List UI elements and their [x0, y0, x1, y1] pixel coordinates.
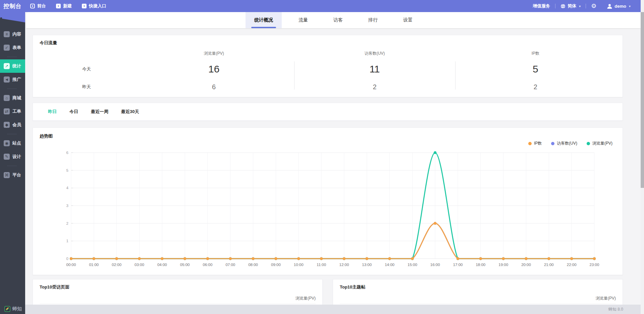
- today-traffic-card: 今日流量 浏览量(PV)访客数(UV)IP数今天16115昨天622: [33, 35, 623, 97]
- sidebar-item-member[interactable]: ◆会员: [0, 118, 25, 132]
- stats-value: 6: [133, 79, 294, 95]
- value-added-service-link[interactable]: 增值服务: [533, 3, 550, 9]
- range-option-last-30-days[interactable]: 最近30天: [121, 109, 139, 115]
- data-point-marker[interactable]: [297, 257, 300, 260]
- content-area: 今日流量 浏览量(PV)访客数(UV)IP数今天16115昨天622 昨日今日最…: [25, 28, 641, 314]
- top-threads-value-column: 浏览量(PV): [340, 296, 616, 304]
- vertical-scrollbar[interactable]: [641, 0, 644, 314]
- topbar-menu-create[interactable]: ▾新建: [51, 0, 77, 12]
- tab-ranking[interactable]: 排行: [360, 12, 386, 28]
- range-option-yesterday[interactable]: 昨日: [48, 109, 57, 115]
- data-point-marker[interactable]: [434, 151, 436, 154]
- sidebar-item-design[interactable]: ✎设计: [0, 150, 25, 163]
- data-point-marker[interactable]: [593, 257, 596, 260]
- data-point-marker[interactable]: [570, 257, 573, 260]
- data-point-marker[interactable]: [161, 257, 163, 260]
- svg-text:06:00: 06:00: [203, 263, 213, 267]
- sidebar-item-site[interactable]: ◉站点: [0, 137, 25, 150]
- sidebar-decoration: [0, 12, 25, 23]
- svg-text:3: 3: [66, 204, 68, 208]
- legend-item[interactable]: IP数: [528, 141, 542, 146]
- tab-traffic[interactable]: 流量: [290, 12, 317, 28]
- data-point-marker[interactable]: [93, 257, 95, 260]
- column-divider: [294, 61, 294, 90]
- sidebar-item-promote[interactable]: ◄推广: [0, 73, 25, 86]
- svg-text:23:00: 23:00: [590, 263, 599, 267]
- data-point-marker[interactable]: [252, 257, 254, 260]
- data-point-marker[interactable]: [343, 257, 345, 260]
- top-threads-title: Top10主题帖: [340, 284, 616, 290]
- sidebar-item-mall[interactable]: ⌂商城: [0, 91, 25, 105]
- sidebar-item-form[interactable]: ✓表单: [0, 41, 25, 54]
- data-point-marker[interactable]: [457, 257, 459, 260]
- legend-dot-icon: [528, 142, 532, 145]
- data-point-marker[interactable]: [274, 257, 277, 260]
- svg-text:22:00: 22:00: [567, 263, 577, 267]
- sidebar-item-content[interactable]: ≡内容: [0, 28, 25, 41]
- platform-icon: ⌘: [4, 172, 10, 178]
- legend-label: 访客数(UV): [557, 141, 577, 146]
- user-menu[interactable]: demo ▾: [607, 3, 631, 9]
- trend-chart: 012345600:0001:0002:0003:0004:0005:0006:…: [40, 149, 616, 269]
- data-point-marker[interactable]: [434, 222, 436, 224]
- svg-text:04:00: 04:00: [157, 263, 167, 267]
- design-icon: ✎: [4, 154, 10, 160]
- legend-item[interactable]: 浏览量(PV): [587, 141, 612, 146]
- sidebar-divider: [7, 134, 17, 134]
- data-point-marker[interactable]: [320, 257, 323, 260]
- tab-overview[interactable]: 统计概况: [246, 12, 282, 28]
- stats-column-header: 访客数(UV): [294, 47, 455, 59]
- data-point-marker[interactable]: [547, 257, 550, 260]
- sidebar-item-label: 设计: [12, 154, 21, 160]
- data-point-marker[interactable]: [70, 257, 72, 260]
- sidebar-item-label: 商城: [12, 95, 21, 101]
- data-point-marker[interactable]: [206, 257, 209, 260]
- svg-text:0: 0: [66, 257, 68, 261]
- topbar-right: 增值服务 简体 ▾ ⚙ demo ▾: [533, 3, 641, 9]
- language-switcher[interactable]: 简体 ▾: [560, 3, 581, 9]
- data-point-marker[interactable]: [525, 257, 527, 260]
- svg-text:05:00: 05:00: [180, 263, 190, 267]
- data-point-marker[interactable]: [183, 257, 186, 260]
- app-logo[interactable]: 控制台: [0, 2, 25, 10]
- topbar-menu-label: 快捷入口: [89, 3, 106, 9]
- sidebar-item-stats[interactable]: ↗统计: [0, 59, 25, 73]
- sidebar-item-platform[interactable]: ⌘平台: [0, 168, 25, 182]
- data-point-marker[interactable]: [388, 257, 391, 260]
- today-stats-table: 浏览量(PV)访客数(UV)IP数今天16115昨天622: [40, 47, 616, 95]
- site-icon: ◉: [4, 140, 10, 146]
- gear-icon[interactable]: ⚙: [591, 3, 596, 9]
- tab-bar: 统计概况流量访客排行设置: [26, 12, 641, 28]
- globe-icon: [560, 4, 566, 9]
- sidebar-item-label: 会员: [12, 122, 21, 128]
- monitor-icon: [30, 4, 35, 8]
- svg-text:07:00: 07:00: [225, 263, 235, 267]
- svg-text:08:00: 08:00: [248, 263, 258, 267]
- topbar-menu-frontend[interactable]: 前台: [25, 0, 51, 12]
- range-option-today[interactable]: 今日: [69, 109, 78, 115]
- legend-dot-icon: [551, 142, 554, 145]
- data-point-marker[interactable]: [366, 257, 368, 260]
- svg-text:17:00: 17:00: [453, 263, 463, 267]
- sidebar-nav: ≡内容✓表单↗统计◄推广⌂商城⇄工单◆会员◉站点✎设计⌘平台: [0, 23, 25, 182]
- data-point-marker[interactable]: [411, 257, 414, 260]
- data-point-marker[interactable]: [229, 257, 232, 260]
- tab-visitors[interactable]: 访客: [325, 12, 352, 28]
- sidebar-brand[interactable]: 蝉知: [0, 306, 25, 312]
- range-option-last-week[interactable]: 最近一周: [91, 109, 108, 115]
- stats-value: 5: [455, 59, 616, 79]
- svg-text:13:00: 13:00: [362, 263, 372, 267]
- data-point-marker[interactable]: [115, 257, 118, 260]
- trend-card-title: 趋势图: [40, 133, 616, 139]
- scrollbar-thumb[interactable]: [641, 12, 644, 188]
- stats-value: 11: [294, 59, 455, 79]
- data-point-marker[interactable]: [479, 257, 482, 260]
- tab-settings[interactable]: 设置: [394, 12, 421, 28]
- sidebar-item-ticket[interactable]: ⇄工单: [0, 105, 25, 118]
- topbar-menu-quick-entry[interactable]: ▾快捷入口: [77, 0, 111, 12]
- legend-item[interactable]: 访客数(UV): [551, 141, 577, 146]
- form-icon: ✓: [4, 45, 10, 51]
- sidebar-item-label: 内容: [12, 31, 21, 37]
- data-point-marker[interactable]: [502, 257, 504, 260]
- data-point-marker[interactable]: [138, 257, 141, 260]
